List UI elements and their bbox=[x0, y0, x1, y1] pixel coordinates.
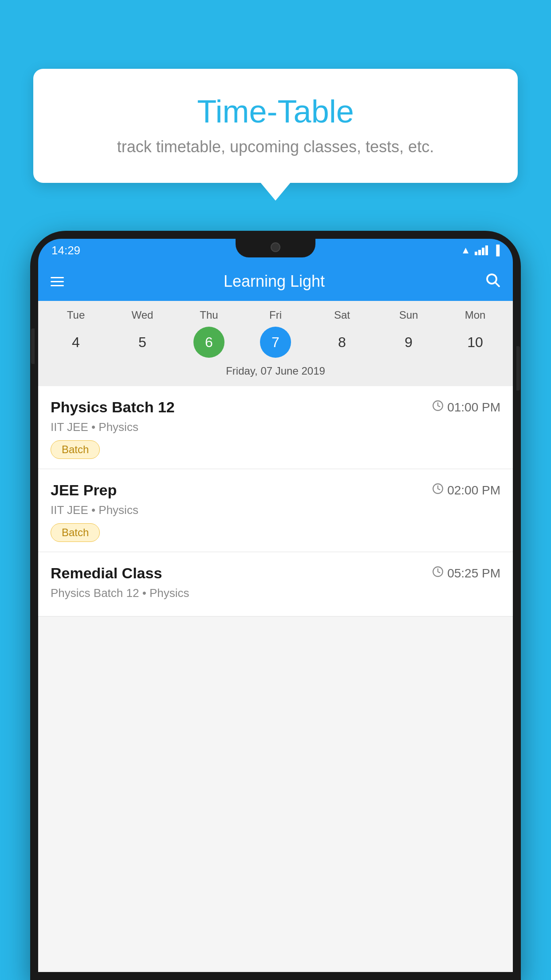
day-label-mon: Mon bbox=[457, 309, 493, 321]
tooltip-card: Time-Table track timetable, upcoming cla… bbox=[33, 69, 518, 183]
app-screen: Learning Light Tue Wed Thu Fri Sat Sun M… bbox=[38, 262, 513, 972]
day-5[interactable]: 5 bbox=[127, 327, 158, 358]
schedule-item-2[interactable]: JEE Prep 02:00 PM IIT JEE • Physics Batc… bbox=[38, 469, 513, 552]
clock-icon-1 bbox=[432, 400, 444, 415]
schedule-item-3-header: Remedial Class 05:25 PM bbox=[51, 565, 500, 582]
search-icon[interactable] bbox=[484, 272, 500, 292]
schedule-item-1[interactable]: Physics Batch 12 01:00 PM IIT JEE • Phys… bbox=[38, 386, 513, 469]
schedule-item-1-subtitle: IIT JEE • Physics bbox=[51, 420, 500, 434]
schedule-item-1-title: Physics Batch 12 bbox=[51, 399, 175, 416]
day-label-tue: Tue bbox=[58, 309, 94, 321]
schedule-list: Physics Batch 12 01:00 PM IIT JEE • Phys… bbox=[38, 386, 513, 616]
volume-left-button bbox=[31, 328, 35, 364]
day-label-fri: Fri bbox=[258, 309, 293, 321]
selected-date-label: Friday, 07 June 2019 bbox=[43, 361, 508, 383]
app-header: Learning Light bbox=[38, 262, 513, 301]
clock-icon-2 bbox=[432, 483, 444, 498]
schedule-item-3-title: Remedial Class bbox=[51, 565, 162, 582]
status-time: 14:29 bbox=[51, 244, 80, 257]
battery-icon: ▐ bbox=[492, 245, 500, 256]
schedule-item-2-time-text: 02:00 PM bbox=[447, 483, 500, 498]
clock-icon-3 bbox=[432, 566, 444, 581]
schedule-item-3-subtitle: Physics Batch 12 • Physics bbox=[51, 586, 500, 600]
day-label-sat: Sat bbox=[324, 309, 360, 321]
hamburger-line-1 bbox=[51, 277, 64, 278]
day-8[interactable]: 8 bbox=[327, 327, 358, 358]
schedule-item-3-time-text: 05:25 PM bbox=[447, 566, 500, 581]
phone-frame: 14:29 ▲ ▐ Learning Light bbox=[30, 231, 521, 980]
schedule-item-1-time: 01:00 PM bbox=[432, 400, 500, 415]
phone-camera bbox=[271, 242, 280, 252]
schedule-item-3[interactable]: Remedial Class 05:25 PM Physics Batch 12… bbox=[38, 552, 513, 616]
day-label-wed: Wed bbox=[125, 309, 160, 321]
schedule-item-2-header: JEE Prep 02:00 PM bbox=[51, 482, 500, 499]
hamburger-line-2 bbox=[51, 281, 64, 282]
day-10[interactable]: 10 bbox=[460, 327, 491, 358]
svg-line-1 bbox=[496, 282, 499, 286]
batch-badge-1: Batch bbox=[51, 440, 100, 459]
day-label-thu: Thu bbox=[191, 309, 227, 321]
day-4[interactable]: 4 bbox=[60, 327, 91, 358]
calendar-strip: Tue Wed Thu Fri Sat Sun Mon 4 5 6 7 8 9 … bbox=[38, 301, 513, 386]
phone-notch bbox=[236, 239, 315, 257]
tooltip-subtitle: track timetable, upcoming classes, tests… bbox=[60, 138, 491, 156]
schedule-item-2-subtitle: IIT JEE • Physics bbox=[51, 503, 500, 517]
schedule-item-1-time-text: 01:00 PM bbox=[447, 400, 500, 415]
tooltip-title: Time-Table bbox=[60, 93, 491, 130]
hamburger-menu-icon[interactable] bbox=[51, 277, 64, 286]
day-numbers: 4 5 6 7 8 9 10 bbox=[43, 327, 508, 358]
signal-icon bbox=[475, 245, 488, 255]
power-right-button bbox=[516, 346, 520, 391]
day-6-today[interactable]: 6 bbox=[193, 327, 224, 358]
schedule-item-2-time: 02:00 PM bbox=[432, 483, 500, 498]
hamburger-line-3 bbox=[51, 285, 64, 286]
batch-badge-2: Batch bbox=[51, 523, 100, 542]
day-label-sun: Sun bbox=[391, 309, 426, 321]
status-icons: ▲ ▐ bbox=[461, 245, 500, 256]
wifi-icon: ▲ bbox=[461, 245, 471, 256]
app-title: Learning Light bbox=[224, 272, 325, 291]
day-7-selected[interactable]: 7 bbox=[260, 327, 291, 358]
schedule-item-3-time: 05:25 PM bbox=[432, 566, 500, 581]
day-9[interactable]: 9 bbox=[393, 327, 424, 358]
schedule-item-1-header: Physics Batch 12 01:00 PM bbox=[51, 399, 500, 416]
day-labels: Tue Wed Thu Fri Sat Sun Mon bbox=[43, 309, 508, 321]
schedule-item-2-title: JEE Prep bbox=[51, 482, 117, 499]
